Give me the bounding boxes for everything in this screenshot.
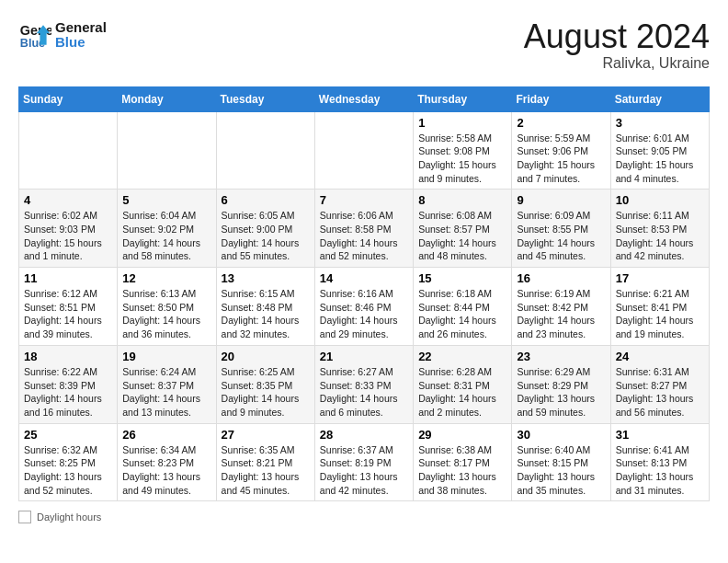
cell-w5-d2: 26Sunrise: 6:34 AMSunset: 8:23 PMDayligh… [118, 423, 216, 501]
header-saturday: Saturday [610, 86, 709, 111]
day-info: Sunrise: 6:38 AMSunset: 8:17 PMDaylight:… [418, 443, 506, 498]
day-info: Sunrise: 6:11 AMSunset: 8:53 PMDaylight:… [616, 209, 704, 263]
cell-w5-d7: 31Sunrise: 6:41 AMSunset: 8:13 PMDayligh… [610, 423, 709, 501]
day-info: Sunrise: 6:27 AMSunset: 8:33 PMDaylight:… [320, 365, 408, 419]
footer-box [18, 511, 31, 523]
month-year: August 2024 [524, 18, 710, 55]
logo: General Blue General Blue [18, 18, 107, 52]
day-number: 22 [418, 350, 506, 363]
day-number: 13 [222, 271, 310, 285]
cell-w5-d4: 28Sunrise: 6:37 AMSunset: 8:19 PMDayligh… [314, 423, 413, 501]
cell-w4-d4: 21Sunrise: 6:27 AMSunset: 8:33 PMDayligh… [314, 345, 413, 423]
cell-w2-d7: 10Sunrise: 6:11 AMSunset: 8:53 PMDayligh… [610, 190, 709, 268]
page-header: General Blue General Blue August 2024 Ra… [18, 18, 710, 72]
cell-w2-d3: 6Sunrise: 6:05 AMSunset: 9:00 PMDaylight… [216, 190, 314, 268]
day-number: 27 [222, 428, 310, 442]
logo-general: General [55, 20, 107, 36]
cell-w5-d3: 27Sunrise: 6:35 AMSunset: 8:21 PMDayligh… [216, 423, 314, 501]
day-info: Sunrise: 6:40 AMSunset: 8:15 PMDaylight:… [517, 443, 605, 498]
day-number: 3 [616, 116, 704, 130]
logo-icon: General Blue [18, 18, 51, 52]
calendar-header-row: SundayMondayTuesdayWednesdayThursdayFrid… [19, 86, 710, 111]
day-number: 28 [320, 428, 408, 442]
day-number: 4 [24, 193, 112, 207]
cell-w3-d7: 17Sunrise: 6:21 AMSunset: 8:41 PMDayligh… [610, 268, 709, 346]
day-info: Sunrise: 6:31 AMSunset: 8:27 PMDaylight:… [616, 365, 704, 419]
day-info: Sunrise: 6:08 AMSunset: 8:57 PMDaylight:… [418, 209, 506, 263]
week-row-3: 11Sunrise: 6:12 AMSunset: 8:51 PMDayligh… [19, 268, 710, 346]
header-monday: Monday [118, 86, 216, 111]
cell-w3-d5: 15Sunrise: 6:18 AMSunset: 8:44 PMDayligh… [414, 268, 512, 346]
cell-w3-d2: 12Sunrise: 6:13 AMSunset: 8:50 PMDayligh… [118, 268, 216, 346]
day-number: 8 [418, 193, 506, 207]
day-info: Sunrise: 6:18 AMSunset: 8:44 PMDaylight:… [418, 287, 506, 341]
footer: Daylight hours [18, 511, 710, 523]
day-number: 6 [222, 193, 310, 207]
day-info: Sunrise: 6:09 AMSunset: 8:55 PMDaylight:… [517, 209, 605, 263]
cell-w3-d4: 14Sunrise: 6:16 AMSunset: 8:46 PMDayligh… [314, 268, 413, 346]
day-info: Sunrise: 6:02 AMSunset: 9:03 PMDaylight:… [24, 209, 112, 263]
day-number: 21 [320, 350, 408, 363]
cell-w4-d7: 24Sunrise: 6:31 AMSunset: 8:27 PMDayligh… [610, 345, 709, 423]
day-info: Sunrise: 6:35 AMSunset: 8:21 PMDaylight:… [222, 443, 310, 498]
day-info: Sunrise: 6:19 AMSunset: 8:42 PMDaylight:… [517, 287, 605, 341]
day-number: 15 [418, 271, 506, 285]
day-number: 2 [517, 116, 605, 130]
cell-w2-d4: 7Sunrise: 6:06 AMSunset: 8:58 PMDaylight… [314, 190, 413, 268]
day-info: Sunrise: 6:12 AMSunset: 8:51 PMDaylight:… [24, 287, 112, 341]
week-row-1: 1Sunrise: 5:58 AMSunset: 9:08 PMDaylight… [19, 111, 710, 190]
week-row-5: 25Sunrise: 6:32 AMSunset: 8:25 PMDayligh… [19, 423, 710, 501]
cell-w3-d1: 11Sunrise: 6:12 AMSunset: 8:51 PMDayligh… [19, 268, 118, 346]
day-info: Sunrise: 5:59 AMSunset: 9:06 PMDaylight:… [517, 132, 605, 186]
day-info: Sunrise: 6:06 AMSunset: 8:58 PMDaylight:… [320, 209, 408, 263]
cell-w3-d6: 16Sunrise: 6:19 AMSunset: 8:42 PMDayligh… [512, 268, 610, 346]
day-info: Sunrise: 5:58 AMSunset: 9:08 PMDaylight:… [418, 132, 506, 186]
cell-w3-d3: 13Sunrise: 6:15 AMSunset: 8:48 PMDayligh… [216, 268, 314, 346]
header-tuesday: Tuesday [216, 86, 314, 111]
day-number: 19 [122, 350, 210, 363]
day-info: Sunrise: 6:13 AMSunset: 8:50 PMDaylight:… [122, 287, 210, 341]
cell-w5-d1: 25Sunrise: 6:32 AMSunset: 8:25 PMDayligh… [19, 423, 118, 501]
day-number: 12 [122, 271, 210, 285]
day-number: 24 [616, 350, 704, 363]
day-info: Sunrise: 6:37 AMSunset: 8:19 PMDaylight:… [320, 443, 408, 498]
cell-w4-d3: 20Sunrise: 6:25 AMSunset: 8:35 PMDayligh… [216, 345, 314, 423]
day-number: 18 [24, 350, 112, 363]
day-number: 1 [418, 116, 506, 130]
header-friday: Friday [512, 86, 610, 111]
day-info: Sunrise: 6:29 AMSunset: 8:29 PMDaylight:… [517, 365, 605, 419]
day-number: 7 [320, 193, 408, 207]
day-info: Sunrise: 6:01 AMSunset: 9:05 PMDaylight:… [616, 132, 704, 186]
day-number: 20 [222, 350, 310, 363]
cell-w1-d4 [314, 111, 413, 190]
day-info: Sunrise: 6:22 AMSunset: 8:39 PMDaylight:… [24, 365, 112, 419]
cell-w4-d5: 22Sunrise: 6:28 AMSunset: 8:31 PMDayligh… [414, 345, 512, 423]
day-number: 17 [616, 271, 704, 285]
cell-w5-d6: 30Sunrise: 6:40 AMSunset: 8:15 PMDayligh… [512, 423, 610, 501]
day-number: 25 [24, 428, 112, 442]
day-number: 26 [122, 428, 210, 442]
day-number: 10 [616, 193, 704, 207]
day-info: Sunrise: 6:21 AMSunset: 8:41 PMDaylight:… [616, 287, 704, 341]
day-number: 5 [122, 193, 210, 207]
day-number: 30 [517, 428, 605, 442]
day-number: 9 [517, 193, 605, 207]
cell-w5-d5: 29Sunrise: 6:38 AMSunset: 8:17 PMDayligh… [414, 423, 512, 501]
day-info: Sunrise: 6:32 AMSunset: 8:25 PMDaylight:… [24, 443, 112, 498]
day-number: 31 [616, 428, 704, 442]
cell-w4-d6: 23Sunrise: 6:29 AMSunset: 8:29 PMDayligh… [512, 345, 610, 423]
day-info: Sunrise: 6:25 AMSunset: 8:35 PMDaylight:… [222, 365, 310, 419]
cell-w1-d7: 3Sunrise: 6:01 AMSunset: 9:05 PMDaylight… [610, 111, 709, 190]
week-row-4: 18Sunrise: 6:22 AMSunset: 8:39 PMDayligh… [19, 345, 710, 423]
day-number: 11 [24, 271, 112, 285]
day-info: Sunrise: 6:15 AMSunset: 8:48 PMDaylight:… [222, 287, 310, 341]
header-thursday: Thursday [414, 86, 512, 111]
cell-w1-d1 [19, 111, 118, 190]
day-info: Sunrise: 6:04 AMSunset: 9:02 PMDaylight:… [122, 209, 210, 263]
cell-w2-d2: 5Sunrise: 6:04 AMSunset: 9:02 PMDaylight… [118, 190, 216, 268]
day-info: Sunrise: 6:28 AMSunset: 8:31 PMDaylight:… [418, 365, 506, 419]
day-info: Sunrise: 6:16 AMSunset: 8:46 PMDaylight:… [320, 287, 408, 341]
cell-w1-d3 [216, 111, 314, 190]
footer-label: Daylight hours [37, 511, 101, 523]
calendar-table: SundayMondayTuesdayWednesdayThursdayFrid… [18, 86, 710, 502]
